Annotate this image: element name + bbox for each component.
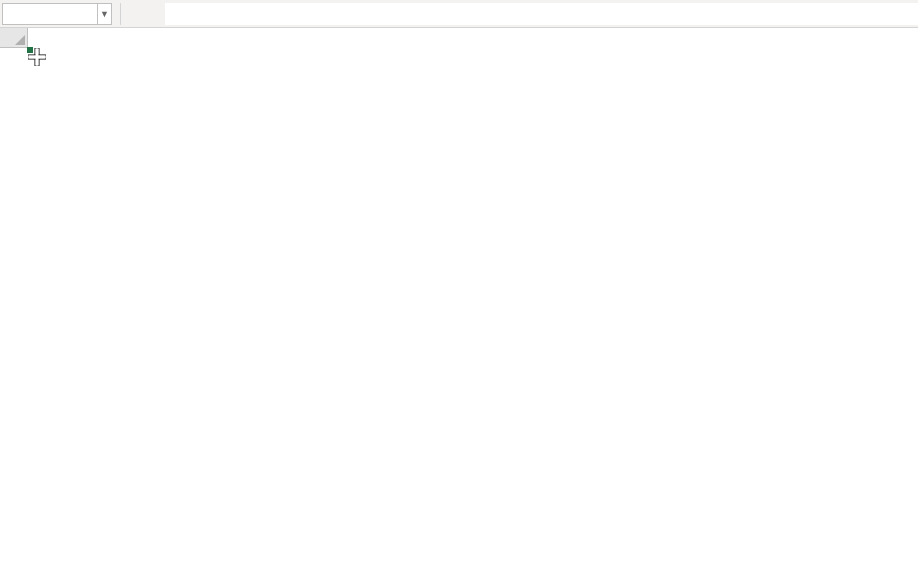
formula-input[interactable] [165, 3, 918, 25]
cell-cursor-icon [28, 48, 46, 66]
name-box[interactable]: ▼ [2, 3, 112, 25]
spreadsheet-grid [0, 28, 918, 48]
svg-rect-2 [36, 49, 39, 66]
formula-bar: ▼ [0, 0, 918, 28]
separator [120, 3, 121, 25]
active-cell-indicator [28, 48, 32, 52]
svg-rect-3 [29, 56, 46, 59]
svg-rect-0 [35, 48, 39, 66]
svg-rect-1 [28, 55, 46, 59]
name-box-dropdown-icon[interactable]: ▼ [97, 3, 111, 25]
column-headers [0, 28, 918, 48]
select-all-corner[interactable] [0, 28, 28, 48]
